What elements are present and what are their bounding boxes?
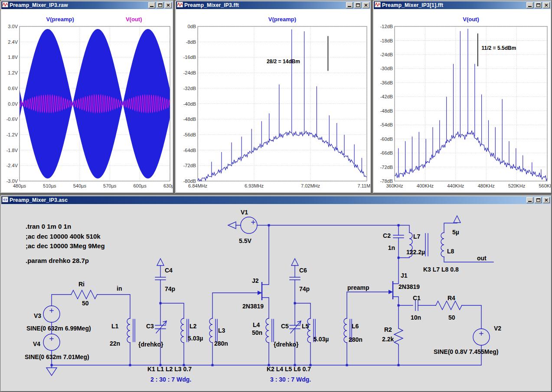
capacitor-C4[interactable] <box>155 277 166 280</box>
maximize-button[interactable] <box>535 197 542 203</box>
label-V1-value: 5.5V <box>239 237 252 244</box>
jfet-J1[interactable] <box>389 281 393 299</box>
variable-capacitor-C5[interactable] <box>290 321 301 333</box>
label-J2: J2 <box>252 277 259 284</box>
titlebar[interactable]: Preamp_Mixer_IP3.fft <box>176 1 370 9</box>
resistor-R2[interactable] <box>394 328 403 346</box>
label-C3: C3 <box>146 323 154 330</box>
x-tick-label: 7.11MHz <box>357 183 370 188</box>
plot-area[interactable]: 6.84MHz6.93MHz7.02MHz7.11MHz0dB-8dB-16dB… <box>176 9 370 192</box>
y-tick-label: -0.6V <box>7 117 18 122</box>
titlebar[interactable]: Preamp_Mixer_IP3.raw <box>1 1 173 9</box>
spice-directive[interactable]: .param drehko 28.7p <box>26 257 89 264</box>
y-tick-label: 0dB <box>187 24 196 29</box>
schematic-icon <box>2 196 8 204</box>
capacitor-C1[interactable] <box>415 300 418 311</box>
y-tick-label: -56dB <box>183 132 196 137</box>
inductor-L1[interactable] <box>127 318 135 343</box>
label-L4: L4 <box>253 321 260 328</box>
close-button[interactable] <box>165 2 172 8</box>
maximize-button[interactable] <box>535 2 542 8</box>
y-tick-label: -8dB <box>186 39 196 45</box>
plot-area[interactable]: 480µs510µs540µs570µs600µs630µs3.0V2.4V1.… <box>1 9 173 192</box>
y-tick-label: -1.8V <box>7 148 18 153</box>
maximize-icon <box>158 3 162 7</box>
label-K2-windings: 3 : 30 : 7 Wdg. <box>270 376 311 383</box>
spice-directive[interactable]: .tran 0 1m 0 1n <box>26 223 71 230</box>
fft-noise-floor <box>198 131 367 181</box>
resistor-Ri[interactable] <box>71 290 97 299</box>
fft-out-plot[interactable]: 360KHz400KHz440KHz480KHz520KHz560KHz-12d… <box>374 9 551 192</box>
label-V4: V4 <box>33 340 40 347</box>
maximize-button[interactable] <box>354 2 361 8</box>
label-C5: C5 <box>281 323 289 330</box>
inductor-L4[interactable] <box>266 318 274 343</box>
x-tick-label: 7.02MHz <box>301 183 320 188</box>
label-L8: L8 <box>447 248 454 255</box>
window-raw: Preamp_Mixer_IP3.raw 480µs510µs540µs570µ… <box>0 0 174 194</box>
transient-plot[interactable]: 480µs510µs540µs570µs600µs630µs3.0V2.4V1.… <box>1 9 173 192</box>
x-tick-label: 630µs <box>163 183 173 188</box>
capacitor-C6[interactable] <box>290 277 300 280</box>
close-button[interactable] <box>363 2 369 8</box>
variable-capacitor-C3[interactable] <box>155 321 167 333</box>
plot-area[interactable]: 360KHz400KHz440KHz480KHz520KHz560KHz-12d… <box>374 9 551 192</box>
resistor-R4[interactable] <box>436 301 462 310</box>
capacitor-C2[interactable] <box>393 235 404 238</box>
label-L6-value: 280n <box>349 336 363 343</box>
y-tick-label: -80dB <box>183 178 196 184</box>
schematic-sv[interactable]: .tran 0 1m 0 1n ;ac dec 10000 400k 510k … <box>1 204 551 391</box>
y-tick-label: -24dB <box>380 52 393 57</box>
jfet-J2[interactable] <box>258 282 262 300</box>
y-tick-label: -40dB <box>183 101 196 107</box>
label-V4-value: SINE(0 632m 7.01Meg) <box>25 353 89 360</box>
y-tick-label: -78dB <box>380 178 393 184</box>
label-V2-value: SINE(0 0.8V 7.455Meg) <box>434 348 498 355</box>
label-R4-value: 50 <box>448 314 455 321</box>
inductor-L8[interactable] <box>441 233 444 257</box>
maximize-button[interactable] <box>157 2 163 8</box>
antenna-icon <box>454 216 461 223</box>
label-L7-value: 122.2µ <box>406 249 425 256</box>
x-tick-label: 540µs <box>73 183 87 188</box>
window-title: Preamp_Mixer_IP3.fft <box>184 2 345 8</box>
fft-preamp-plot[interactable]: 6.84MHz6.93MHz7.02MHz7.11MHz0dB-8dB-16dB… <box>176 9 370 192</box>
minimize-button[interactable] <box>148 2 155 8</box>
schematic-canvas[interactable]: .tran 0 1m 0 1n ;ac dec 10000 400k 510k … <box>1 204 551 391</box>
net-label-preamp: preamp <box>347 284 369 291</box>
label-C4: C4 <box>165 267 173 274</box>
titlebar[interactable]: Preamp_Mixer_IP3.asc <box>1 196 551 204</box>
x-tick-label: 510µs <box>43 183 56 188</box>
minimize-button[interactable] <box>526 197 533 203</box>
label-C2-value: 1n <box>388 244 395 251</box>
spice-directive[interactable]: ;ac dec 10000 400k 510k <box>26 233 101 240</box>
waveform-icon <box>2 1 8 9</box>
label-L5-value: 5.03µ <box>314 336 329 343</box>
voltage-source-V4[interactable] <box>43 334 60 350</box>
y-tick-label: 2.4V <box>8 39 18 45</box>
spice-directive[interactable]: ;ac dec 10000 3Meg 9Meg <box>26 242 105 249</box>
label-Ri: Ri <box>78 281 85 288</box>
label-K3: K3 L7 L8 0.8 <box>423 266 459 273</box>
y-tick-label: 3.0V <box>8 24 18 29</box>
minimize-icon <box>528 201 532 202</box>
window-fft-out: Preamp_Mixer_IP3[1].fft 360KHz400KHz440K… <box>372 0 552 194</box>
close-button[interactable] <box>543 2 550 8</box>
inductor-L3[interactable] <box>209 318 217 343</box>
label-J1: J1 <box>401 272 408 279</box>
label-K1: K1 L1 L2 L3 0.7 <box>147 366 192 373</box>
minimize-button[interactable] <box>346 2 353 8</box>
close-button[interactable] <box>543 197 550 203</box>
annotation-text: 28/2 = 14dBm <box>267 58 300 65</box>
antenna-icon <box>157 259 164 266</box>
y-tick-label: -1.2V <box>7 132 18 137</box>
titlebar[interactable]: Preamp_Mixer_IP3[1].fft <box>374 1 551 9</box>
label-L4-value: 50n <box>252 329 262 336</box>
voltage-source-V1[interactable] <box>228 217 257 233</box>
y-tick-label: 1.2V <box>8 70 18 75</box>
voltage-source-V3[interactable] <box>43 306 60 322</box>
minimize-button[interactable] <box>526 2 533 8</box>
voltage-source-V2[interactable] <box>473 329 490 345</box>
x-tick-label: 480µs <box>13 183 26 188</box>
label-K1-windings: 2 : 30 : 7 Wdg. <box>150 376 191 383</box>
